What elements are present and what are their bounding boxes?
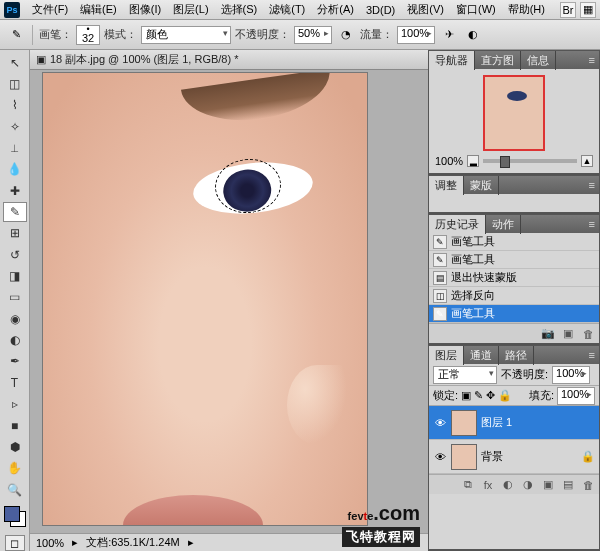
adj-layer-icon[interactable]: ◑ <box>521 478 535 492</box>
menu-3d[interactable]: 3D(D) <box>360 2 401 18</box>
tab-layers[interactable]: 图层 <box>429 346 464 365</box>
dodge-tool[interactable]: ◐ <box>3 330 27 349</box>
zoom-out-icon[interactable]: ▂ <box>467 155 479 167</box>
trash-icon[interactable]: 🗑 <box>581 478 595 492</box>
bridge-icon[interactable]: Br <box>560 2 576 18</box>
group-icon[interactable]: ▣ <box>541 478 555 492</box>
menu-layer[interactable]: 图层(L) <box>167 0 214 19</box>
lock-pixels-icon[interactable]: ✎ <box>474 389 483 402</box>
menu-file[interactable]: 文件(F) <box>26 0 74 19</box>
zoom-level[interactable]: 100% <box>36 537 64 549</box>
menu-view[interactable]: 视图(V) <box>401 0 450 19</box>
pressure-opacity-icon[interactable]: ◔ <box>336 25 356 45</box>
menu-help[interactable]: 帮助(H) <box>502 0 551 19</box>
hand-tool[interactable]: ✋ <box>3 459 27 478</box>
history-panel: 历史记录 动作 ≡ ✎画笔工具✎画笔工具▤退出快速蒙版◫选择反向✎画笔工具 📷 … <box>428 214 600 344</box>
tab-actions[interactable]: 动作 <box>486 215 521 234</box>
tab-info[interactable]: 信息 <box>521 51 556 70</box>
menu-image[interactable]: 图像(I) <box>123 0 167 19</box>
history-label: 画笔工具 <box>451 234 495 249</box>
marquee-tool[interactable]: ◫ <box>3 74 27 93</box>
eye-icon[interactable]: 👁 <box>433 416 447 430</box>
brush-preset-picker[interactable]: 32 <box>76 25 100 45</box>
layer-name[interactable]: 背景 <box>481 449 503 464</box>
shape-tool[interactable]: ■ <box>3 416 27 435</box>
heal-tool[interactable]: ✚ <box>3 181 27 200</box>
zoom-tool[interactable]: 🔍 <box>3 480 27 499</box>
stamp-tool[interactable]: ⊞ <box>3 224 27 243</box>
menu-analysis[interactable]: 分析(A) <box>311 0 360 19</box>
color-swatches[interactable] <box>4 506 26 527</box>
menu-window[interactable]: 窗口(W) <box>450 0 502 19</box>
link-icon[interactable]: ⧉ <box>461 478 475 492</box>
lock-trans-icon[interactable]: ▣ <box>461 389 471 402</box>
quick-mask-toggle[interactable]: ◻ <box>5 535 25 551</box>
layer-blend-select[interactable]: 正常 <box>433 366 497 384</box>
tab-paths[interactable]: 路径 <box>499 346 534 365</box>
new-layer-icon[interactable]: ▤ <box>561 478 575 492</box>
layer-row[interactable]: 👁图层 1 <box>429 406 599 440</box>
panel-menu-icon[interactable]: ≡ <box>585 179 599 191</box>
3d-tool[interactable]: ⬢ <box>3 437 27 456</box>
opacity-input[interactable]: 50% <box>294 26 332 44</box>
tab-histogram[interactable]: 直方图 <box>475 51 521 70</box>
menu-filter[interactable]: 滤镜(T) <box>263 0 311 19</box>
tab-channels[interactable]: 通道 <box>464 346 499 365</box>
gradient-tool[interactable]: ▭ <box>3 288 27 307</box>
brush-tool[interactable]: ✎ <box>3 202 27 221</box>
history-item[interactable]: ✎画笔工具 <box>429 305 599 323</box>
type-tool[interactable]: T <box>3 373 27 392</box>
menu-select[interactable]: 选择(S) <box>215 0 264 19</box>
foreground-color[interactable] <box>4 506 20 522</box>
layer-thumbnail[interactable] <box>451 410 477 436</box>
tile-icon[interactable]: ▦ <box>580 2 596 18</box>
tab-adjustments[interactable]: 调整 <box>429 176 464 195</box>
menu-edit[interactable]: 编辑(E) <box>74 0 123 19</box>
eyedropper-tool[interactable]: 💧 <box>3 160 27 179</box>
layer-name[interactable]: 图层 1 <box>481 415 512 430</box>
layer-row[interactable]: 👁背景🔒 <box>429 440 599 474</box>
navigator-thumbnail[interactable] <box>483 75 545 151</box>
lasso-tool[interactable]: ⌇ <box>3 96 27 115</box>
path-tool[interactable]: ▹ <box>3 395 27 414</box>
pressure-size-icon[interactable]: ◐ <box>463 25 483 45</box>
tab-masks[interactable]: 蒙版 <box>464 176 499 195</box>
history-icon: ✎ <box>433 235 447 249</box>
move-tool[interactable]: ↖ <box>3 53 27 72</box>
lock-all-icon[interactable]: 🔒 <box>498 389 512 402</box>
zoom-slider[interactable] <box>483 159 577 163</box>
history-item[interactable]: ▤退出快速蒙版 <box>429 269 599 287</box>
crop-tool[interactable]: ⟂ <box>3 138 27 157</box>
eye-icon[interactable]: 👁 <box>433 450 447 464</box>
history-item[interactable]: ✎画笔工具 <box>429 251 599 269</box>
document-tab[interactable]: ▣ 18 副本.jpg @ 100% (图层 1, RGB/8) * <box>30 50 428 70</box>
blend-mode-select[interactable]: 颜色 <box>141 26 231 44</box>
history-item[interactable]: ✎画笔工具 <box>429 233 599 251</box>
panel-menu-icon[interactable]: ≡ <box>585 349 599 361</box>
flow-input[interactable]: 100% <box>397 26 435 44</box>
pen-tool[interactable]: ✒ <box>3 352 27 371</box>
wand-tool[interactable]: ✧ <box>3 117 27 136</box>
new-doc-icon[interactable]: ▣ <box>561 327 575 341</box>
trash-icon[interactable]: 🗑 <box>581 327 595 341</box>
fx-icon[interactable]: fx <box>481 478 495 492</box>
zoom-in-icon[interactable]: ▲ <box>581 155 593 167</box>
tab-navigator[interactable]: 导航器 <box>429 51 475 70</box>
canvas[interactable] <box>42 72 368 526</box>
layer-fill-input[interactable]: 100% <box>557 387 595 405</box>
tab-history[interactable]: 历史记录 <box>429 215 486 234</box>
layer-thumbnail[interactable] <box>451 444 477 470</box>
history-label: 画笔工具 <box>451 306 495 321</box>
eraser-tool[interactable]: ◨ <box>3 266 27 285</box>
layer-opacity-input[interactable]: 100% <box>552 366 590 384</box>
panel-menu-icon[interactable]: ≡ <box>585 218 599 230</box>
history-brush-tool[interactable]: ↺ <box>3 245 27 264</box>
lock-pos-icon[interactable]: ✥ <box>486 389 495 402</box>
snapshot-icon[interactable]: 📷 <box>541 327 555 341</box>
history-item[interactable]: ◫选择反向 <box>429 287 599 305</box>
mask-icon[interactable]: ◐ <box>501 478 515 492</box>
blur-tool[interactable]: ◉ <box>3 309 27 328</box>
lock-label: 锁定: <box>433 388 458 403</box>
airbrush-icon[interactable]: ✈ <box>439 25 459 45</box>
panel-menu-icon[interactable]: ≡ <box>585 54 599 66</box>
